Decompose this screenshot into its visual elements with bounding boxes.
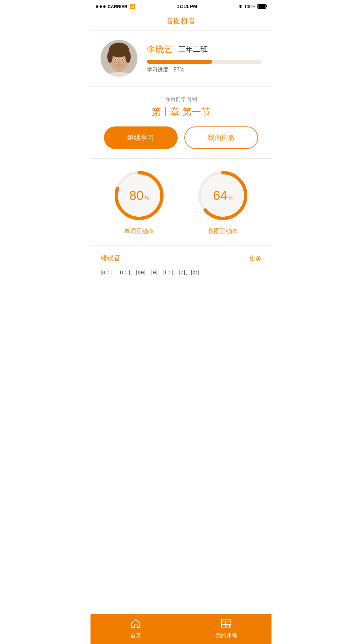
status-bar: CARRIER 📶 11:11 PM ✱ 100%	[90, 0, 272, 13]
battery-percent: 100%	[244, 4, 255, 9]
svg-point-11	[118, 62, 120, 63]
status-left: CARRIER 📶	[96, 4, 135, 9]
stat-phonics-accuracy: 64% 音图正确率	[196, 169, 250, 235]
learning-section: 你目前学习到 第十章 第一节 继续学习 我的排名	[90, 87, 272, 159]
svg-point-3	[125, 51, 131, 63]
carrier-label: CARRIER	[108, 4, 127, 9]
progress-text: 学习进度：57%	[147, 66, 261, 73]
errors-title: 错误音	[101, 254, 121, 263]
chapter-text: 第十章 第一节	[101, 106, 261, 118]
progress-bar-container	[147, 60, 261, 64]
continue-button[interactable]: 继续学习	[104, 126, 178, 149]
battery-icon	[257, 4, 266, 9]
stat-word-accuracy: 80% 单词正确率	[112, 169, 166, 235]
word-accuracy-value: 80%	[129, 189, 149, 203]
profile-class: 三年二班	[178, 44, 208, 54]
svg-point-10	[122, 59, 123, 60]
status-right: ✱ 100%	[239, 4, 266, 9]
stats-section: 80% 单词正确率 64% 音图正确率	[90, 159, 272, 246]
time-label: 11:11 PM	[177, 4, 197, 9]
word-accuracy-circle: 80%	[112, 169, 166, 222]
ranking-button[interactable]: 我的排名	[184, 126, 258, 149]
profile-info: 李晓艺 三年二班 学习进度：57%	[147, 43, 261, 73]
nav-header: 音图拼音	[90, 13, 272, 31]
profile-section: 李晓艺 三年二班 学习进度：57%	[90, 31, 272, 87]
phonics-accuracy-value: 64%	[213, 189, 233, 203]
profile-name: 李晓艺	[147, 43, 173, 55]
avatar	[101, 40, 137, 77]
action-buttons: 继续学习 我的排名	[101, 126, 261, 149]
bluetooth-icon: ✱	[239, 4, 242, 9]
svg-point-8	[115, 59, 116, 60]
progress-bar-fill	[147, 60, 212, 64]
signal-dots	[96, 5, 106, 8]
profile-name-row: 李晓艺 三年二班	[147, 43, 261, 55]
svg-point-4	[107, 51, 113, 63]
errors-more-button[interactable]: 更多	[249, 254, 261, 262]
phonics-accuracy-circle: 64%	[196, 169, 250, 222]
errors-header: 错误音 更多	[101, 254, 261, 263]
wifi-icon: 📶	[129, 4, 135, 9]
errors-list: [a：]、[u：]、[ae]、[e]、[i：]、[z]、[dr]	[101, 267, 261, 278]
page-title: 音图拼音	[166, 17, 196, 25]
word-accuracy-label: 单词正确率	[124, 227, 154, 235]
phonics-accuracy-label: 音图正确率	[208, 227, 238, 235]
current-label: 你目前学习到	[101, 96, 261, 103]
errors-section: 错误音 更多 [a：]、[u：]、[ae]、[e]、[i：]、[z]、[dr]	[90, 246, 272, 286]
